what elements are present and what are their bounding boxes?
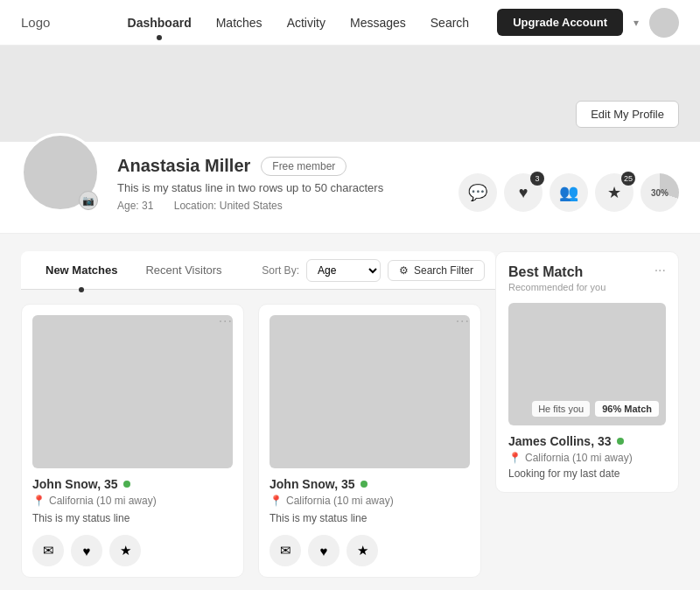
online-indicator-1 [123,481,130,488]
edit-profile-button[interactable]: Edit My Profile [576,101,679,128]
progress-label: 30% [651,188,668,198]
free-badge: Free member [261,157,346,176]
cards-grid: ··· John Snow, 35 📍 California (10 mi aw… [21,304,481,578]
card-photo-2 [270,315,470,468]
card-location-text-2: California (10 mi away) [286,495,394,507]
card-status-2: This is my status line [270,512,470,524]
card-actions-2: ✉ ♥ ★ [270,535,470,566]
card-location-text-1: California (10 mi away) [49,495,157,507]
card-message-button-2[interactable]: ✉ [270,535,301,566]
left-panel: New Matches Recent Visitors Sort By: Age… [21,251,495,590]
nav-link-messages[interactable]: Messages [350,16,406,30]
heart-icon: ♥ [519,184,528,202]
best-match-location-text: California (10 mi away) [525,452,633,464]
main-content: New Matches Recent Visitors Sort By: Age… [0,234,700,590]
card-location-2: 📍 California (10 mi away) [270,495,470,507]
progress-action-button[interactable]: 30% [640,173,679,212]
match-overlay: He fits you 96% Match [532,401,659,417]
profile-card: ··· John Snow, 35 📍 California (10 mi aw… [21,304,244,578]
profile-meta: Age: 31 Location: United States [117,200,441,212]
best-match-status: Looking for my last date [508,467,666,480]
card-like-button-1[interactable]: ♥ [71,535,102,566]
location-pin-icon-1: 📍 [32,495,46,507]
group-action-button[interactable]: 👥 [550,173,588,212]
hero-banner: Edit My Profile [0,46,700,142]
card-name-row-2: John Snow, 35 [270,477,470,491]
nav-logo: Logo [21,15,50,30]
profile-card-2: ··· John Snow, 35 📍 California (10 mi aw… [258,304,481,578]
tabs-row: New Matches Recent Visitors Sort By: Age… [21,251,495,290]
profile-name: Anastasia Miller [117,156,250,176]
sort-row: Sort By: Age Distance Online ⚙ Search Fi… [262,252,485,289]
best-match-location: 📍 California (10 mi away) [508,452,666,464]
card-name-2: John Snow, 35 [270,477,355,491]
filter-icon: ⚙ [399,264,409,277]
best-match-name: James Collins, 33 [508,434,612,448]
card-actions-1: ✉ ♥ ★ [32,535,233,566]
profile-section: 📷 Anastasia Miller Free member This is m… [0,142,700,234]
card-star-button-2[interactable]: ★ [346,535,378,566]
like-badge: 3 [530,172,544,186]
card-name-row-1: John Snow, 35 [32,477,233,491]
message-icon: 💬 [468,183,487,202]
best-match-menu[interactable]: ··· [654,263,666,278]
best-match-subtitle: Recommended for you [508,282,666,292]
nav-link-dashboard[interactable]: Dashboard [128,16,192,30]
profile-info: Anastasia Miller Free member This is my … [117,142,441,212]
search-filter-button[interactable]: ⚙ Search Filter [388,260,485,281]
location-pin-icon-2: 📍 [270,495,283,507]
star-icon: ★ [607,183,621,202]
star-action-button[interactable]: ★ 25 [595,173,634,212]
nav-dropdown-arrow[interactable]: ▾ [634,17,639,29]
card-message-button-1[interactable]: ✉ [32,535,64,566]
card-menu-2[interactable]: ··· [456,313,470,329]
profile-status: This is my status line in two rows up to… [117,181,441,194]
profile-avatar-wrap: 📷 [21,133,100,212]
card-status-1: This is my status line [32,512,233,524]
navbar: Logo Dashboard Matches Activity Messages… [0,0,700,46]
group-icon: 👥 [559,183,578,202]
filter-label: Search Filter [414,264,473,277]
card-menu-1[interactable]: ··· [219,313,233,329]
nav-link-search[interactable]: Search [430,16,469,30]
nav-links: Dashboard Matches Activity Messages Sear… [128,16,470,30]
online-indicator-2 [360,481,368,488]
tab-new-matches[interactable]: New Matches [32,251,131,289]
right-panel: ··· Best Match Recommended for you He fi… [495,251,679,590]
card-name-1: John Snow, 35 [32,477,118,491]
sort-label: Sort By: [262,264,299,277]
nav-link-matches[interactable]: Matches [216,16,262,30]
star-badge: 25 [621,172,635,186]
like-action-button[interactable]: ♥ 3 [504,173,542,212]
upgrade-button[interactable]: Upgrade Account [497,9,623,36]
message-action-button[interactable]: 💬 [458,173,497,212]
card-star-button-1[interactable]: ★ [109,535,141,566]
profile-location: Location: United States [174,200,283,212]
profile-actions: 💬 ♥ 3 👥 ★ 25 30% [458,152,679,212]
best-match-name-row: James Collins, 33 [508,434,666,448]
card-photo-1 [32,315,233,468]
best-match-title: Best Match [508,264,666,280]
sort-select[interactable]: Age Distance Online [306,259,381,282]
nav-avatar[interactable] [649,8,679,38]
tab-recent-visitors[interactable]: Recent Visitors [131,251,235,289]
card-location-1: 📍 California (10 mi away) [32,495,233,507]
best-match-location-icon: 📍 [508,452,522,464]
nav-right: Upgrade Account ▾ [497,8,679,38]
camera-icon[interactable]: 📷 [79,191,98,210]
best-match-online-indicator [617,438,624,445]
profile-name-row: Anastasia Miller Free member [117,156,441,176]
nav-link-activity[interactable]: Activity [287,16,326,30]
card-like-button-2[interactable]: ♥ [308,535,340,566]
best-match-photo: He fits you 96% Match [508,303,666,425]
match-percent-badge: 96% Match [595,401,659,417]
fits-you-label: He fits you [532,401,590,417]
best-match-card: ··· Best Match Recommended for you He fi… [495,251,679,493]
profile-age: Age: 31 [117,200,153,212]
